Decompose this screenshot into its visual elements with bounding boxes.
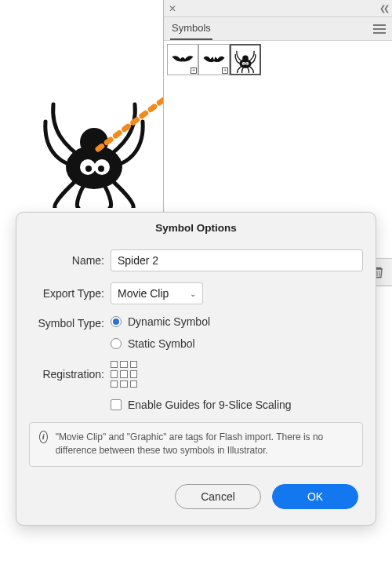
info-box: i "Movie Clip" and "Graphic" are tags fo… bbox=[29, 422, 363, 467]
svg-point-12 bbox=[243, 64, 245, 65]
symbol-thumb-bat-1[interactable]: + bbox=[167, 44, 198, 75]
symbol-options-dialog: Symbol Options Name: Spider 2 Export Typ… bbox=[16, 212, 376, 526]
cancel-button[interactable]: Cancel bbox=[175, 484, 261, 509]
symbol-thumb-bat-2[interactable]: + bbox=[198, 44, 230, 75]
canvas-spider-art bbox=[39, 90, 149, 208]
close-icon[interactable]: ✕ bbox=[169, 4, 176, 13]
radio-dynamic-symbol[interactable]: Dynamic Symbol bbox=[111, 315, 210, 328]
panel-menu-icon[interactable] bbox=[373, 24, 386, 34]
checkbox-icon bbox=[111, 399, 122, 410]
radio-icon bbox=[111, 338, 122, 349]
name-input[interactable]: Spider 2 bbox=[111, 249, 363, 271]
info-icon: i bbox=[39, 431, 48, 443]
panel-topbar: ✕ ❮❮ bbox=[164, 0, 392, 17]
export-type-label: Export Type: bbox=[27, 287, 111, 300]
svg-point-4 bbox=[85, 166, 92, 172]
registration-grid[interactable] bbox=[111, 361, 137, 388]
checkbox-9-slice[interactable]: Enable Guides for 9-Slice Scaling bbox=[111, 399, 292, 411]
dynamic-badge-icon: + bbox=[222, 67, 228, 74]
export-type-select[interactable]: Movie Clip ⌄ bbox=[111, 282, 203, 304]
name-label: Name: bbox=[27, 254, 111, 267]
panel-tabs: Symbols bbox=[164, 17, 392, 41]
ok-button[interactable]: OK bbox=[272, 484, 358, 509]
chevron-down-icon: ⌄ bbox=[190, 289, 196, 298]
dynamic-badge-icon: + bbox=[191, 67, 197, 74]
info-text: "Movie Clip" and "Graphic" are tags for … bbox=[56, 431, 353, 458]
radio-static-symbol[interactable]: Static Symbol bbox=[111, 337, 210, 350]
radio-label: Static Symbol bbox=[128, 337, 195, 350]
radio-label: Dynamic Symbol bbox=[128, 315, 210, 328]
svg-point-9 bbox=[242, 55, 249, 61]
svg-point-1 bbox=[80, 128, 108, 156]
export-type-value: Movie Clip bbox=[118, 287, 169, 300]
dialog-title: Symbol Options bbox=[16, 213, 376, 249]
tab-symbols[interactable]: Symbols bbox=[170, 17, 212, 40]
registration-label: Registration: bbox=[27, 368, 111, 380]
svg-point-13 bbox=[246, 64, 248, 65]
checkbox-label: Enable Guides for 9-Slice Scaling bbox=[128, 399, 292, 411]
collapse-icon[interactable]: ❮❮ bbox=[379, 4, 387, 13]
radio-icon bbox=[111, 316, 122, 327]
symbol-thumb-spider[interactable] bbox=[230, 44, 261, 75]
svg-point-5 bbox=[98, 166, 104, 172]
symbol-type-label: Symbol Type: bbox=[27, 315, 111, 330]
